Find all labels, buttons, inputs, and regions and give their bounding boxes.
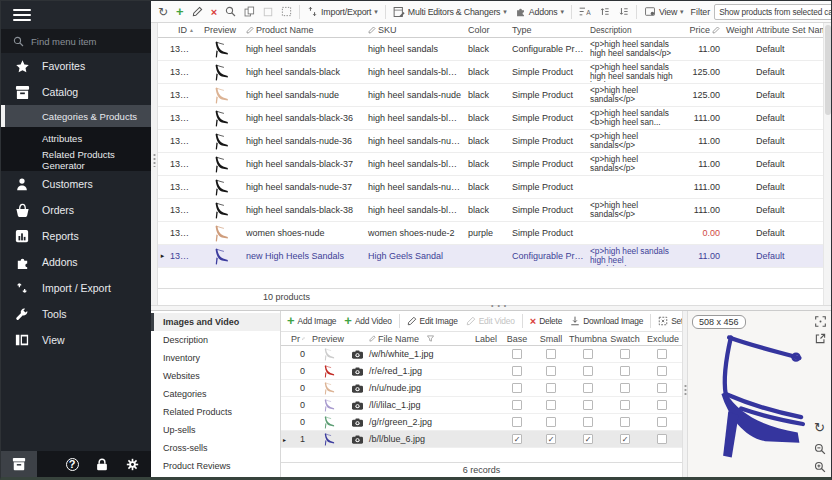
catalog-submenu-item[interactable]: Categories & Products <box>1 105 151 127</box>
menu-icon[interactable] <box>13 6 31 24</box>
edit-product-button[interactable] <box>189 4 206 19</box>
col-type[interactable]: Type <box>509 25 587 35</box>
product-row[interactable]: 13736 high heel sandals-black-36 high he… <box>158 107 823 130</box>
col-small[interactable]: Small <box>534 334 568 344</box>
image-row[interactable]: 0 /g/r/green_2.jpg <box>281 414 682 431</box>
add-product-button[interactable]: + <box>173 5 187 19</box>
grid-scrollbar[interactable] <box>823 23 831 305</box>
thumbnail-checkbox[interactable] <box>583 417 593 427</box>
col-image-preview[interactable]: Preview <box>308 334 348 344</box>
exclude-checkbox[interactable] <box>657 383 667 393</box>
swatch-checkbox[interactable] <box>620 400 630 410</box>
base-checkbox[interactable] <box>512 400 522 410</box>
set-resize-rule-button[interactable]: Set Resize Rule <box>655 314 682 328</box>
sidebar-item-favorites[interactable]: Favorites <box>1 53 151 79</box>
duplicate-button[interactable] <box>278 4 295 19</box>
base-checkbox[interactable] <box>512 366 522 376</box>
store-icon[interactable] <box>1 451 37 477</box>
sidebar-item-reports[interactable]: Reports <box>1 223 151 249</box>
base-checkbox[interactable] <box>512 417 522 427</box>
sidebar-item-addons[interactable]: Addons <box>1 249 151 275</box>
sort-alpha-button[interactable]: A <box>576 4 594 19</box>
sidebar-item-orders[interactable]: Orders <box>1 197 151 223</box>
base-checkbox[interactable] <box>512 349 522 359</box>
addons-button[interactable]: Addons▾ <box>512 4 567 19</box>
small-checkbox[interactable] <box>546 366 556 376</box>
col-id[interactable]: ID▲ <box>167 25 197 35</box>
product-row[interactable]: ▸ 13931 new High Heels Sandals High Geel… <box>158 245 823 268</box>
swatch-checkbox[interactable] <box>620 349 630 359</box>
detail-tab[interactable]: Categories <box>151 385 280 403</box>
lock-icon[interactable] <box>87 451 117 477</box>
detail-tab[interactable]: Related Products <box>151 403 280 421</box>
col-weight[interactable]: Weight <box>723 25 753 35</box>
swatch-checkbox[interactable] <box>620 417 630 427</box>
add-image-button[interactable]: +Add Image <box>284 314 339 328</box>
import-export-button[interactable]: Import/Export▾ <box>304 4 381 19</box>
exclude-checkbox[interactable] <box>657 417 667 427</box>
thumbnail-checkbox[interactable] <box>583 400 593 410</box>
grid-left-splitter[interactable] <box>151 23 158 305</box>
detail-tab[interactable]: Inventory <box>151 349 280 367</box>
exclude-checkbox[interactable] <box>657 349 667 359</box>
small-checkbox[interactable] <box>546 349 556 359</box>
swatch-checkbox[interactable] <box>620 366 630 376</box>
sidebar-item-catalog[interactable]: Catalog <box>1 79 151 105</box>
col-sku[interactable]: SKU <box>365 25 465 35</box>
rotate-icon[interactable]: ↻ <box>814 420 825 435</box>
gear-icon[interactable] <box>117 451 147 477</box>
col-description[interactable]: Description <box>587 26 679 35</box>
sidebar-item-tools[interactable]: Tools <box>1 301 151 327</box>
edit-video-button[interactable]: Edit Video <box>463 314 518 328</box>
product-row[interactable]: 13817 women shoes-nude women shoes-nude-… <box>158 222 823 245</box>
image-row[interactable]: 0 /l/i/lilac_1.jpg <box>281 397 682 414</box>
open-external-icon[interactable] <box>815 333 826 344</box>
paste-button[interactable] <box>260 5 276 19</box>
zoom-in-icon[interactable] <box>814 461 826 473</box>
product-row[interactable]: 13737 high heel sandals-nude-36 high hee… <box>158 130 823 153</box>
menu-search[interactable] <box>1 29 151 53</box>
col-swatch[interactable]: Swatch <box>608 334 642 344</box>
add-video-button[interactable]: +Add Video <box>341 314 394 328</box>
copy-button[interactable] <box>241 4 258 19</box>
small-checkbox[interactable] <box>546 400 556 410</box>
detail-tab[interactable]: Cross-sells <box>151 439 280 457</box>
zoom-out-icon[interactable] <box>814 443 826 455</box>
sidebar-item-view[interactable]: View <box>1 327 151 353</box>
menu-search-input[interactable] <box>31 36 131 47</box>
col-color[interactable]: Color <box>465 25 509 35</box>
base-checkbox[interactable]: ✓ <box>512 434 522 444</box>
delete-image-button[interactable]: ×Delete <box>527 314 565 328</box>
collapse-rows-button[interactable] <box>615 4 632 19</box>
col-price[interactable]: Price <box>679 25 723 35</box>
product-row[interactable]: 13731 high heel sandals high heel sandal… <box>158 38 823 61</box>
edit-image-button[interactable]: Edit Image <box>404 314 461 328</box>
product-row[interactable]: 13740 high heel sandals-black-38 high he… <box>158 199 823 222</box>
category-filter-select[interactable]: Show products from selected categories ▾ <box>714 4 831 20</box>
image-row[interactable]: ▸ 1 /b/l/blue_6.jpg ✓ ✓ <box>281 431 682 448</box>
thumbnail-checkbox[interactable] <box>583 366 593 376</box>
detail-tab[interactable]: Product Reviews <box>151 457 280 475</box>
col-preview[interactable]: Preview <box>197 25 243 35</box>
product-row[interactable]: 13733 high heel sandals-nude high heel s… <box>158 84 823 107</box>
view-button[interactable]: View▾ <box>641 4 687 19</box>
col-exclude[interactable]: Exclude <box>642 334 682 344</box>
detail-tab[interactable]: Up-sells <box>151 421 280 439</box>
detail-tab[interactable]: Description <box>151 331 280 349</box>
col-base[interactable]: Base <box>500 334 534 344</box>
exclude-checkbox[interactable] <box>657 366 667 376</box>
catalog-submenu-item[interactable]: Attributes <box>1 127 151 149</box>
exclude-checkbox[interactable] <box>657 400 667 410</box>
col-position[interactable]: Pr <box>288 334 308 344</box>
col-product-name[interactable]: Product Name <box>243 25 365 35</box>
col-thumbnail[interactable]: Thumbna <box>568 334 608 344</box>
sidebar-item-import-export[interactable]: Import / Export <box>1 275 151 301</box>
product-row[interactable]: 13732 high heel sandals-black high heel … <box>158 61 823 84</box>
product-row[interactable]: 13739 high heel sandals-nude-37 high hee… <box>158 176 823 199</box>
swatch-checkbox[interactable] <box>620 383 630 393</box>
exclude-checkbox[interactable] <box>657 434 667 444</box>
sidebar-item-customers[interactable]: Customers <box>1 171 151 197</box>
base-checkbox[interactable] <box>512 383 522 393</box>
catalog-submenu-item[interactable]: Related Products Generator <box>1 149 151 171</box>
detail-tab[interactable]: Websites <box>151 367 280 385</box>
